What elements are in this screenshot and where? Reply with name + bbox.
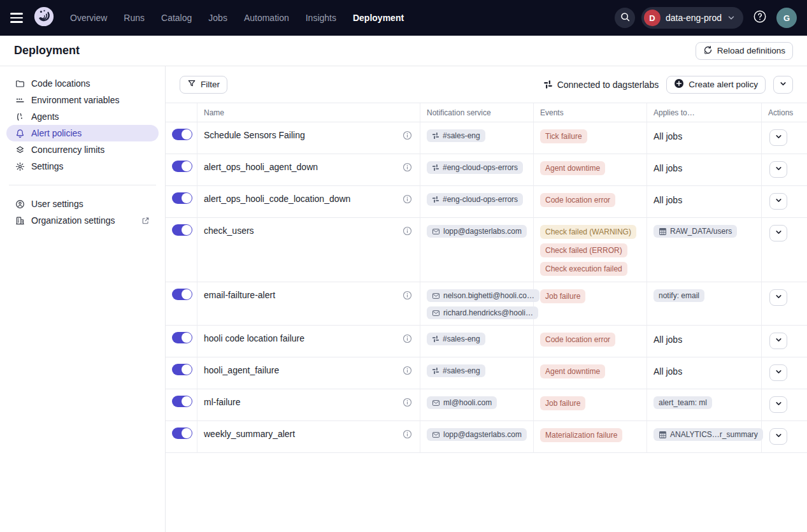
row-actions-button[interactable] xyxy=(769,225,787,241)
applies-to: RAW_DATA/users xyxy=(647,218,762,282)
nav-item-runs[interactable]: Runs xyxy=(124,13,145,23)
notification-tag: #sales-eng xyxy=(427,129,485,142)
sidebar-item-settings[interactable]: Settings xyxy=(6,158,159,175)
applies-to-label: alert_team: ml xyxy=(659,398,707,407)
events: Code location error xyxy=(534,326,647,357)
sidebar-item-label: Environment variables xyxy=(31,95,120,105)
toggle-knob xyxy=(182,396,192,406)
column-header-applies-to: Applies to… xyxy=(647,103,762,122)
notification-services: lopp@dagsterlabs.com xyxy=(420,218,534,282)
nav-item-catalog[interactable]: Catalog xyxy=(161,13,192,23)
create-alert-policy-button[interactable]: Create alert policy xyxy=(666,76,766,94)
hamburger-menu-icon[interactable] xyxy=(10,10,25,25)
alert-enabled-toggle[interactable] xyxy=(172,129,192,140)
column-header-actions: Actions xyxy=(762,103,807,122)
event-badge: Check execution failed xyxy=(540,262,627,276)
notification-label: ml@hooli.com xyxy=(443,398,492,407)
row-actions-button[interactable] xyxy=(769,364,787,381)
event-badge: Code location error xyxy=(540,193,615,207)
sidebar-item-alert-policies[interactable]: Alert policies xyxy=(6,125,159,141)
email-icon xyxy=(432,309,440,317)
applies-to-value: All jobs xyxy=(653,193,682,205)
user-avatar[interactable]: G xyxy=(776,8,797,28)
org-switcher[interactable]: D data-eng-prod xyxy=(641,7,743,29)
info-icon[interactable] xyxy=(403,162,412,172)
chevron-down-icon xyxy=(775,336,783,346)
applies-to: ANALYTICS…r_summary xyxy=(647,421,762,453)
toggle-knob xyxy=(182,289,192,299)
row-actions-button[interactable] xyxy=(769,161,787,178)
help-button[interactable] xyxy=(750,8,770,28)
info-icon[interactable] xyxy=(403,366,412,375)
user-icon xyxy=(15,199,25,209)
row-actions-button[interactable] xyxy=(769,396,787,413)
layers-icon xyxy=(15,145,25,155)
alert-enabled-toggle[interactable] xyxy=(172,224,192,236)
nav-item-overview[interactable]: Overview xyxy=(70,13,107,23)
reload-definitions-button[interactable]: Reload definitions xyxy=(696,42,793,60)
notification-services: #eng-cloud-ops-errors xyxy=(420,154,534,186)
row-actions-button[interactable] xyxy=(769,333,787,349)
alert-enabled-toggle[interactable] xyxy=(172,289,192,300)
slack-icon xyxy=(432,367,439,375)
alert-enabled-toggle[interactable] xyxy=(172,332,192,343)
notification-tag: lopp@dagsterlabs.com xyxy=(427,428,527,441)
sidebar-item-concurrency-limits[interactable]: Concurrency limits xyxy=(6,141,159,158)
notification-services: ml@hooli.com xyxy=(420,389,534,421)
alert-enabled-toggle[interactable] xyxy=(172,161,192,172)
column-header-events: Events xyxy=(534,103,647,122)
sidebar-item-user-settings[interactable]: User settings xyxy=(6,196,159,212)
notification-services: nelson.bighetti@hooli.co…richard.hendric… xyxy=(420,282,534,326)
applies-to-tag: notify: email xyxy=(653,289,704,302)
alert-policy-menu-button[interactable] xyxy=(773,76,793,94)
alert-name: alert_ops_hooli_agent_down xyxy=(204,162,318,172)
info-icon[interactable] xyxy=(403,334,412,343)
alert-enabled-toggle[interactable] xyxy=(172,192,192,204)
sidebar-item-label: Organization settings xyxy=(31,215,115,226)
filter-button[interactable]: Filter xyxy=(180,76,227,94)
info-icon[interactable] xyxy=(403,291,412,300)
row-actions-button[interactable] xyxy=(769,193,787,210)
folder-icon xyxy=(15,79,25,89)
alert-enabled-toggle[interactable] xyxy=(172,428,192,439)
column-header-notification-service: Notification service xyxy=(420,103,534,122)
email-icon xyxy=(432,292,440,300)
toggle-knob xyxy=(182,193,192,203)
info-icon[interactable] xyxy=(403,398,412,407)
alert-name: hooli code location failure xyxy=(204,333,304,343)
applies-to: All jobs xyxy=(647,122,762,154)
nav-item-deployment[interactable]: Deployment xyxy=(353,13,404,23)
notification-tag: #eng-cloud-ops-errors xyxy=(427,161,523,174)
row-actions-button[interactable] xyxy=(769,129,787,146)
search-button[interactable] xyxy=(615,8,635,28)
sidebar-item-environment-variables[interactable]: Environment variables xyxy=(6,92,159,108)
event-badge: Agent downtime xyxy=(540,364,605,378)
info-icon[interactable] xyxy=(403,131,412,140)
nav-item-insights[interactable]: Insights xyxy=(306,13,336,23)
env-vars-icon xyxy=(15,96,25,105)
row-actions-button[interactable] xyxy=(769,428,787,445)
row-actions-button[interactable] xyxy=(769,289,787,306)
dagster-logo[interactable] xyxy=(33,6,56,29)
info-icon[interactable] xyxy=(403,194,412,204)
toggle-knob xyxy=(182,161,192,171)
nav-item-jobs[interactable]: Jobs xyxy=(208,13,227,23)
building-icon xyxy=(15,216,25,226)
info-icon[interactable] xyxy=(403,226,412,236)
applies-to-tag: alert_team: ml xyxy=(653,396,712,409)
alert-enabled-toggle[interactable] xyxy=(172,364,192,375)
info-icon[interactable] xyxy=(403,429,412,439)
org-name: data-eng-prod xyxy=(666,13,722,23)
alert-enabled-toggle[interactable] xyxy=(172,396,192,407)
top-nav: Overview Runs Catalog Jobs Automation In… xyxy=(0,0,807,36)
sidebar-item-code-locations[interactable]: Code locations xyxy=(6,75,159,92)
event-badge: Check failed (ERROR) xyxy=(540,243,627,257)
chevron-down-icon xyxy=(775,368,783,378)
email-icon xyxy=(432,399,440,407)
nav-item-automation[interactable]: Automation xyxy=(244,13,289,23)
external-link-icon xyxy=(141,217,150,225)
events: Materialization failure xyxy=(534,421,647,453)
sidebar-item-organization-settings[interactable]: Organization settings xyxy=(6,212,159,229)
sidebar-item-agents[interactable]: Agents xyxy=(6,108,159,125)
alert-name: hooli_agent_failure xyxy=(204,365,279,375)
